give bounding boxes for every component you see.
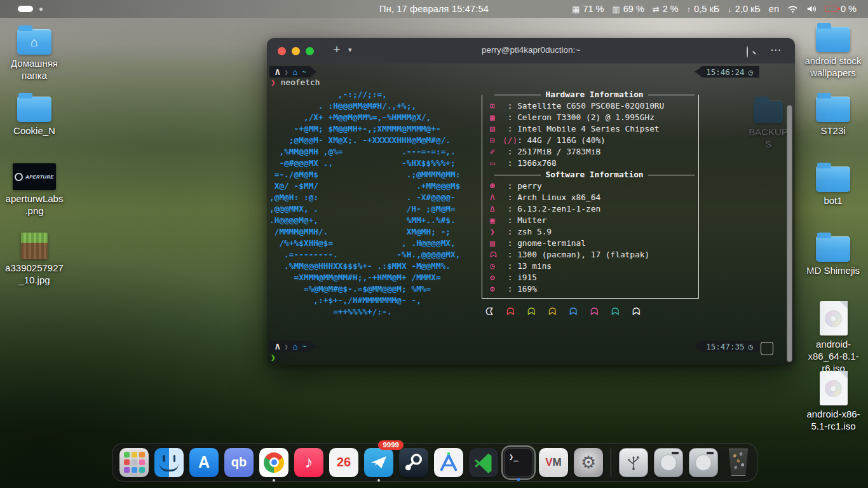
terminal-prompt-icon: ❯_ <box>509 452 518 461</box>
wifi-icon <box>787 4 798 13</box>
dock-item-launchpad[interactable] <box>119 448 149 477</box>
tab-dropdown-caret-icon[interactable]: ▾ <box>348 46 352 54</box>
house-icon: ⌂ <box>17 29 51 55</box>
clock-icon: ◷ <box>748 342 753 351</box>
cpu-chip-icon: ▦ <box>490 112 503 123</box>
search-button[interactable] <box>747 46 756 55</box>
home-icon: ⌂ <box>293 342 298 351</box>
folder-icon <box>17 97 51 122</box>
desktop-icon-android-wallpapers[interactable]: android stock wallpapers <box>797 27 868 79</box>
dock-item-android-studio[interactable] <box>434 448 463 477</box>
menu-button[interactable]: ⋯ <box>770 43 781 57</box>
desktop-icon-android-x86-5-iso[interactable]: android-x86-5.1-rc1.iso <box>799 371 867 433</box>
info-row-uptime: ◷ : 13 mins <box>482 261 699 272</box>
keyboard-layout[interactable]: en <box>769 4 779 14</box>
info-row-wm: ▣ : Mutter <box>482 215 699 226</box>
volume-indicator[interactable] <box>806 4 817 13</box>
desktop-icon-bot1[interactable]: bot1 <box>797 166 868 207</box>
terminal-window: + ▾ perry@pti4kapr0duction:~ ⋯ Λ ❯ ⌂ ~ 1… <box>267 38 795 365</box>
current-path: ~ <box>302 67 306 76</box>
icon-label: android stock wallpapers <box>797 55 868 79</box>
dock-item-vscode[interactable] <box>469 448 498 477</box>
minimize-button[interactable] <box>292 47 300 55</box>
memory-indicator[interactable]: ▥ 69 % <box>613 4 644 14</box>
dock-item-usb-drive[interactable] <box>619 448 648 477</box>
window-title: perry@pti4kapr0duction:~ <box>482 45 580 55</box>
info-row-memory: ✐ : 2517MiB / 3783MiB <box>482 146 699 158</box>
icon-label: android-x86_64-8.1-r6.iso <box>799 339 867 374</box>
image-thumbnail-aperture: APERTURE <box>13 163 56 190</box>
dock-item-hard-drive-2[interactable] <box>689 448 718 477</box>
dock-item-chrome[interactable] <box>259 448 288 477</box>
dock-item-terminal[interactable]: ❯_ <box>504 448 533 477</box>
folder-icon <box>816 166 850 192</box>
dock-item-telegram[interactable]: 9999 <box>364 448 393 477</box>
dock-item-finder[interactable] <box>154 448 184 477</box>
dock-item-music[interactable]: ♪ <box>294 448 323 477</box>
icon-label: MD Shimejis <box>806 265 860 277</box>
pacman-icon: ᗧ <box>485 306 506 318</box>
terminal-scrollbar[interactable] <box>787 105 792 362</box>
battery-indicator[interactable]: 0 % <box>825 4 857 14</box>
home-folder-icon: ⌂ <box>17 29 51 55</box>
dock-item-steam[interactable] <box>399 448 428 477</box>
net-up-indicator[interactable]: ↑ 0,5 кБ <box>687 4 720 14</box>
activities-indicator[interactable] <box>18 6 43 12</box>
telegram-plane-icon <box>371 456 386 468</box>
dock-item-app-store[interactable]: A <box>189 448 219 477</box>
terminal-titlebar[interactable]: + ▾ perry@pti4kapr0duction:~ ⋯ <box>267 38 795 64</box>
swap-indicator[interactable]: ⇄ 2 % <box>653 4 679 14</box>
gear-icon: ⚙ <box>581 452 596 473</box>
dock-separator <box>611 449 611 477</box>
arch-logo-icon: Λ <box>275 342 280 351</box>
dock-item-vmware[interactable]: VM <box>539 448 568 477</box>
info-row-resolution: ▭ : 868x488 <box>482 158 699 169</box>
cpu-indicator[interactable]: ▦ 71 % <box>572 4 604 14</box>
aperture-logo-icon <box>15 173 23 181</box>
prompt-segment: Λ ❯ ⌂ ~ <box>269 341 316 352</box>
info-row-cpu: ▦ : Celeron T3300 (2) @ 1.995GHz <box>482 112 699 123</box>
uptime-clock-icon: ◷ <box>490 261 503 272</box>
cpu-value: 71 % <box>583 4 604 14</box>
maximize-button[interactable] <box>306 47 314 55</box>
finder-face-icon <box>163 455 165 462</box>
battery-icon <box>825 6 837 12</box>
desktop-icon-md-shimejis[interactable]: MD Shimejis <box>797 236 868 277</box>
icon-label: a3390257927_10.jpg <box>5 262 64 287</box>
net-down-indicator[interactable]: ↓ 2,0 кБ <box>728 4 761 14</box>
info-row-disk: ⊟(/): 44G / 116G (40%) <box>482 135 699 146</box>
desktop-icon-minecraft-jpg[interactable]: a3390257927_10.jpg <box>5 233 64 287</box>
dock-item-calendar[interactable]: 26 <box>329 448 358 477</box>
memory-value: 69 % <box>623 4 644 14</box>
dock-item-settings[interactable]: ⚙ <box>574 448 603 477</box>
input-line[interactable]: ❯ <box>271 353 276 362</box>
chrome-icon <box>264 452 284 473</box>
desktop-icon-st23i[interactable]: ST23i <box>797 97 868 137</box>
powerline-separator-icon: ❯ <box>285 343 288 350</box>
user-icon: ☻ <box>490 180 503 192</box>
terminal-icon: ▧ <box>490 238 503 249</box>
desktop-icon-android-x86-64-iso[interactable]: android-x86_64-8.1-r6.iso <box>799 301 867 374</box>
dock-item-hard-drive[interactable] <box>654 448 683 477</box>
prompt-time: 15:46:24 <box>706 67 744 77</box>
prompt-time: 15:47:35 <box>706 342 744 351</box>
dock-item-trash[interactable] <box>724 448 753 477</box>
desktop-icon-aperture-png[interactable]: APERTURE aperturwLabs.png <box>5 163 64 217</box>
desktop-icon-home-folder[interactable]: ⌂ Домашняя папка <box>5 29 64 82</box>
color-palette-pacman-row: ᗧᗣᗣᗣᗣᗣᗣᗣ <box>485 306 653 318</box>
folder-icon <box>816 97 850 122</box>
memory-stick-icon: ✐ <box>490 146 503 158</box>
dock-item-qbittorrent[interactable]: qb <box>224 448 254 477</box>
new-tab-button[interactable]: + <box>329 43 344 57</box>
net-down-value: 2,0 кБ <box>735 4 761 14</box>
steam-icon <box>401 450 426 475</box>
trash-full-icon <box>728 449 749 476</box>
close-button[interactable] <box>278 47 286 55</box>
icon-label: android-x86-5.1-rc1.iso <box>799 409 867 433</box>
wifi-indicator[interactable] <box>787 4 798 13</box>
desktop-icon-cookie-n[interactable]: Cookie_N <box>5 97 64 137</box>
clock-date[interactable]: Пн, 17 февраля 15:47:54 <box>379 4 489 14</box>
info-row-shell: ❯ : zsh 5.9 <box>482 226 699 238</box>
gears-icon: ⚙ <box>490 272 503 283</box>
prompt-char: ❯ <box>271 78 276 87</box>
